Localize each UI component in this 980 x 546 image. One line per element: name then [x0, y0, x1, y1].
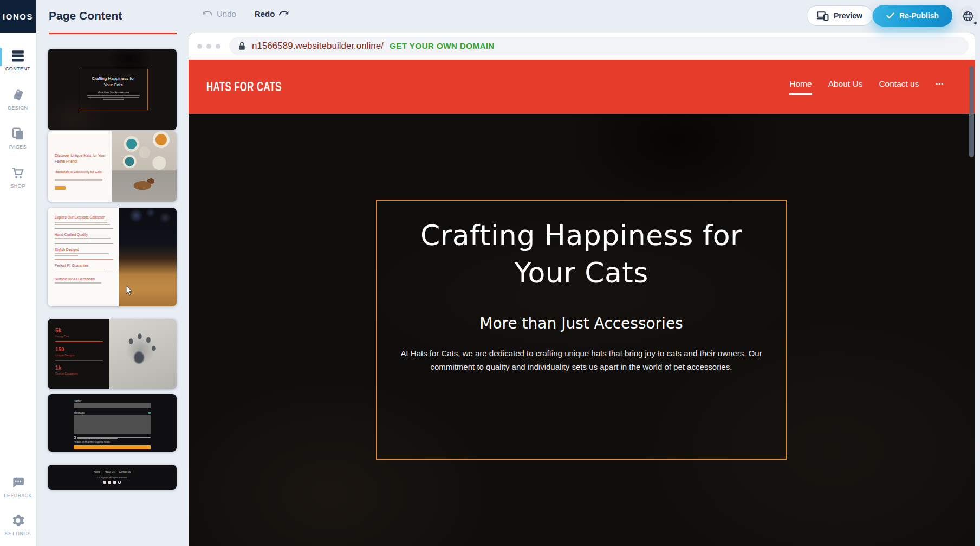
window-dots: [197, 44, 220, 49]
thumbnail-discover-heading: Discover Unique Hats for Your Feline Fri…: [55, 153, 107, 164]
logo-text: IONOS: [3, 12, 33, 21]
thumbnail-stats-text: 5k Happy Cats 150 Unique Designs 1k Repe…: [48, 319, 109, 389]
nav-item-about[interactable]: About Us: [828, 79, 863, 95]
footer-links: Home About Us Contact us: [94, 471, 131, 474]
form-emoji-icon: [148, 412, 151, 414]
thumbnail-collection-heading: Perfect Fit Guarantee: [55, 264, 113, 267]
sidebar-item-design[interactable]: DESIGN: [0, 86, 36, 113]
feedback-icon: [11, 476, 25, 490]
ionos-logo[interactable]: IONOS: [0, 0, 36, 33]
language-globe-button[interactable]: [958, 6, 978, 26]
thumbnail-hero-subtitle: More than Just Accessories: [79, 91, 147, 94]
section-thumbnail-list: Crafting Happiness for Your Cats More th…: [48, 49, 177, 490]
stat-label: Unique Designs: [55, 354, 103, 357]
site-header: HATS FOR CATS Home About Us Contact us ⋯: [189, 60, 975, 114]
form-consent-textlines: [77, 436, 151, 439]
site-url[interactable]: n1566589.websitebuilder.online/: [252, 41, 384, 52]
sidebar-item-pages[interactable]: PAGES: [0, 125, 36, 152]
form-name-label: Name*: [74, 399, 151, 402]
undo-redo-group: Undo Redo: [203, 9, 289, 18]
preview-scrollbar-thumb[interactable]: [969, 66, 974, 157]
social-icon: [113, 481, 116, 484]
thumbnail-hero-bodylines: [79, 95, 147, 100]
hero-selected-block[interactable]: Crafting Happiness for Your Cats More th…: [376, 200, 787, 460]
undo-button[interactable]: Undo: [203, 9, 236, 18]
preview-label: Preview: [834, 11, 862, 20]
nav-item-home[interactable]: Home: [789, 79, 812, 95]
thumbnail-form: Name* Message Please fill in all the req…: [74, 399, 151, 449]
site-brand: HATS FOR CATS: [206, 79, 282, 94]
republish-button[interactable]: Re-Publish: [873, 5, 952, 27]
cart-icon: [11, 166, 25, 180]
thumbnail-collection-heading: Explore Our Exquisite Collection: [55, 215, 113, 219]
browser-chrome-bar: n1566589.websitebuilder.online/ GET YOUR…: [189, 33, 975, 60]
thumbnail-cat-fur-photo: [119, 208, 177, 306]
panel-title-underline: [49, 33, 177, 34]
app-sidebar: IONOS CONTENT DESIGN PAGES: [0, 0, 36, 546]
sidebar-item-label: CONTENT: [5, 66, 30, 72]
social-icon: [118, 481, 121, 484]
sidebar-item-label: SETTINGS: [5, 531, 31, 536]
url-bar[interactable]: n1566589.websitebuilder.online/ GET YOUR…: [229, 37, 969, 55]
redo-button[interactable]: Redo: [255, 9, 289, 18]
form-message-label: Message: [74, 411, 85, 414]
thumbnail-collection-heading: Suitable for All Occasions: [55, 277, 113, 281]
sidebar-item-label: FEEDBACK: [4, 493, 32, 498]
preview-button[interactable]: Preview: [807, 5, 873, 26]
form-name-input: [74, 403, 151, 408]
stat-label: Happy Cats: [55, 335, 103, 338]
redo-label: Redo: [255, 9, 275, 18]
stat-value: 5k: [55, 327, 103, 333]
thumbnail-discover-bodylines: [55, 178, 107, 182]
thumbnail-hero-selection-box: Crafting Happiness for Your Cats More th…: [79, 69, 148, 110]
sidebar-item-label: PAGES: [9, 144, 27, 150]
social-icon: [108, 481, 111, 484]
thumbnail-hero-section[interactable]: Crafting Happiness for Your Cats More th…: [48, 49, 177, 130]
stat-value: 150: [55, 346, 103, 352]
hero-body-text: At Hats for Cats, we are dedicated to cr…: [397, 347, 765, 374]
get-domain-link[interactable]: GET YOUR OWN DOMAIN: [390, 41, 495, 51]
page-title: Page Content: [49, 9, 122, 22]
check-icon: [886, 12, 894, 19]
hero-section: Crafting Happiness for Your Cats More th…: [189, 114, 975, 546]
devices-icon: [817, 11, 829, 21]
stat-label: Repeat Customers: [55, 372, 103, 375]
social-icon: [103, 481, 106, 484]
thumbnail-discover-text: Discover Unique Hats for Your Feline Fri…: [48, 131, 112, 202]
active-indicator: [0, 48, 2, 66]
sidebar-item-shop[interactable]: SHOP: [0, 164, 36, 191]
globe-notification-dot: [973, 21, 977, 25]
thumbnail-stats-section[interactable]: 5k Happy Cats 150 Unique Designs 1k Repe…: [48, 319, 177, 389]
thumbnail-discover-section[interactable]: Discover Unique Hats for Your Feline Fri…: [48, 131, 177, 202]
sidebar-nav: CONTENT DESIGN PAGES SHOP: [0, 47, 36, 191]
sidebar-item-feedback[interactable]: FEEDBACK: [0, 473, 36, 500]
sidebar-item-label: DESIGN: [8, 105, 28, 111]
thumbnail-collection-heading: Stylish Designs: [55, 248, 113, 252]
nav-item-contact[interactable]: Contact us: [879, 79, 919, 95]
hero-title: Crafting Happiness for Your Cats: [420, 217, 742, 292]
republish-label: Re-Publish: [899, 11, 939, 20]
form-consent-checkbox: [74, 436, 76, 439]
sidebar-item-content[interactable]: CONTENT: [0, 47, 36, 74]
globe-icon: [962, 10, 974, 22]
thumbnail-shop-now-button: [55, 186, 66, 190]
nav-more-button[interactable]: ⋯: [936, 79, 945, 95]
undo-label: Undo: [217, 9, 236, 18]
thumbnail-street-cat-photo: [112, 131, 177, 202]
thumbnail-footer-section[interactable]: Home About Us Contact us © Copyright. Al…: [48, 465, 177, 490]
form-required-note: Please fill in all the required fields: [74, 441, 151, 444]
sidebar-item-settings[interactable]: SETTINGS: [0, 511, 36, 538]
hero-subtitle: More than Just Accessories: [479, 314, 683, 332]
thumbnail-collection-heading: Hand-Crafted Quality: [55, 233, 113, 236]
gear-icon: [11, 513, 25, 528]
sidebar-item-label: SHOP: [10, 183, 25, 189]
thumbnail-contact-form-section[interactable]: Name* Message Please fill in all the req…: [48, 394, 177, 452]
form-submit-button: [74, 445, 151, 449]
thumbnail-paw-print-photo: [109, 319, 177, 389]
undo-icon: [203, 10, 213, 17]
design-icon: [11, 88, 25, 102]
thumbnail-collection-section[interactable]: Explore Our Exquisite Collection Hand-Cr…: [48, 208, 177, 306]
footer-copyright: © Copyright. All rights reserved.: [97, 476, 127, 479]
content-icon: [11, 49, 25, 63]
redo-icon: [278, 10, 289, 17]
